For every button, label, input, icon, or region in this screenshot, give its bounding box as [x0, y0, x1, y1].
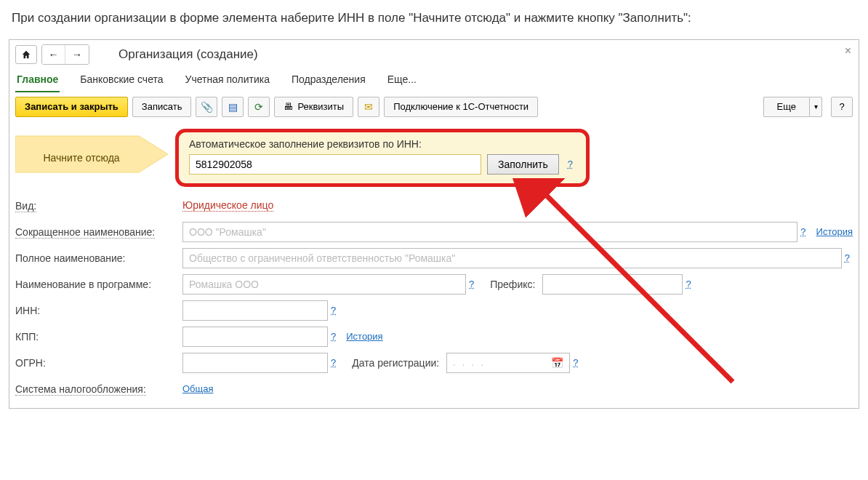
- connect-reporting-button[interactable]: Подключение к 1С-Отчетности: [384, 97, 538, 117]
- calendar-icon[interactable]: 📅: [551, 357, 563, 369]
- full-name-label: Полное наименование:: [15, 252, 182, 264]
- save-close-button[interactable]: Записать и закрыть: [15, 97, 128, 117]
- full-name-input[interactable]: [182, 248, 842, 268]
- ogrn-help[interactable]: ?: [328, 357, 339, 368]
- short-name-label: Сокращенное наименование:: [15, 226, 182, 238]
- attach-button[interactable]: 📎: [196, 97, 217, 117]
- start-here-label: Начните отсюда: [15, 129, 148, 187]
- mail-icon: ✉: [364, 101, 373, 113]
- autofill-inn-input[interactable]: [189, 154, 481, 175]
- more-button[interactable]: Еще: [763, 97, 809, 117]
- kpp-help[interactable]: ?: [328, 331, 339, 342]
- reg-date-help[interactable]: ?: [570, 357, 581, 368]
- autofill-help[interactable]: ?: [565, 159, 576, 169]
- inn-input[interactable]: [182, 300, 328, 321]
- prog-name-label: Наименование в программе:: [15, 279, 182, 290]
- mail-button[interactable]: ✉: [358, 97, 379, 117]
- more-button-dropdown[interactable]: ▾: [809, 97, 822, 117]
- ogrn-label: ОГРН:: [15, 357, 182, 369]
- window-title: Организация (создание): [118, 47, 258, 62]
- reg-date-placeholder: . . . .: [453, 358, 485, 368]
- kpp-history[interactable]: История: [346, 331, 382, 342]
- type-label: Вид:: [15, 200, 182, 212]
- save-button[interactable]: Записать: [132, 97, 192, 117]
- reg-date-label: Дата регистрации:: [352, 357, 439, 369]
- type-value[interactable]: Юридическое лицо: [182, 199, 273, 212]
- prefix-label: Префикс:: [490, 279, 535, 290]
- autofill-title: Автоматическое заполнение реквизитов по …: [189, 138, 576, 150]
- requisites-label: Реквизиты: [297, 101, 344, 112]
- refresh-button[interactable]: ⟳: [248, 97, 270, 117]
- autofill-panel: Автоматическое заполнение реквизитов по …: [175, 129, 590, 187]
- refresh-icon: ⟳: [254, 101, 263, 113]
- tab-accounting-policy[interactable]: Учетная политика: [184, 69, 271, 92]
- paperclip-icon: 📎: [201, 101, 213, 113]
- prefix-input[interactable]: [542, 274, 683, 295]
- home-icon: [21, 49, 31, 60]
- tab-main[interactable]: Главное: [15, 69, 60, 92]
- intro-text: При создании организации в форме элемент…: [12, 9, 859, 28]
- ogrn-input[interactable]: [182, 353, 328, 373]
- window-close-button[interactable]: ×: [845, 44, 851, 57]
- prefix-help[interactable]: ?: [683, 279, 694, 289]
- prog-name-help[interactable]: ?: [466, 279, 477, 289]
- home-button[interactable]: [15, 45, 37, 64]
- report-button[interactable]: ▤: [222, 97, 244, 117]
- printer-icon: 🖶: [284, 101, 293, 112]
- requisites-button[interactable]: 🖶 Реквизиты: [274, 97, 353, 117]
- tax-system-label: Система налогообложения:: [15, 383, 182, 395]
- tabs-bar: Главное Банковские счета Учетная политик…: [9, 66, 859, 92]
- prog-name-input[interactable]: [182, 274, 466, 295]
- start-here-marker: Начните отсюда: [15, 129, 168, 187]
- toolbar-help-button[interactable]: ?: [831, 97, 853, 117]
- short-name-input[interactable]: [182, 222, 797, 242]
- nav-forward-button[interactable]: →: [65, 45, 89, 64]
- autofill-fill-button[interactable]: Заполнить: [487, 154, 559, 175]
- tab-divisions[interactable]: Подразделения: [290, 69, 367, 92]
- tab-more[interactable]: Еще...: [386, 69, 418, 92]
- kpp-label: КПП:: [15, 331, 182, 343]
- short-name-history[interactable]: История: [816, 226, 853, 237]
- reg-date-input[interactable]: . . . . 📅: [446, 353, 570, 373]
- short-name-help[interactable]: ?: [797, 226, 808, 237]
- document-icon: ▤: [228, 101, 238, 113]
- full-name-help[interactable]: ?: [842, 252, 853, 263]
- toolbar: Записать и закрыть Записать 📎 ▤ ⟳ 🖶 Рекв…: [9, 92, 859, 121]
- organization-window: ← → Организация (создание) × Главное Бан…: [9, 39, 859, 409]
- inn-help[interactable]: ?: [328, 305, 339, 316]
- kpp-input[interactable]: [182, 327, 328, 347]
- nav-back-button[interactable]: ←: [42, 45, 65, 64]
- inn-label: ИНН:: [15, 305, 182, 316]
- tab-bank-accounts[interactable]: Банковские счета: [79, 69, 164, 92]
- tax-system-value[interactable]: Общая: [182, 383, 214, 394]
